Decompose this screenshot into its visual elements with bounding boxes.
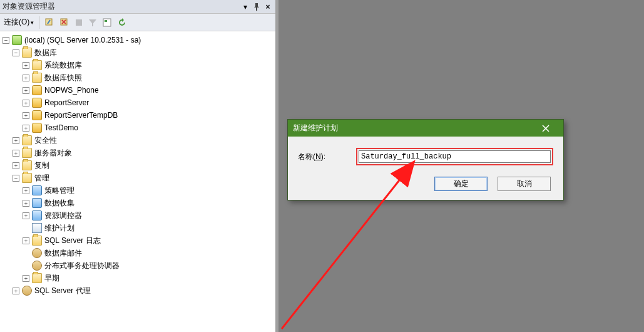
node-label[interactable]: 分布式事务处理协调器 [44,259,120,272]
expand-icon[interactable]: + [23,75,29,81]
node-label[interactable]: 系统数据库 [44,59,82,71]
folder-icon [32,73,42,83]
tree-node-security[interactable]: + 安全性 [3,134,275,147]
connect-label: 连接(O) [4,17,29,28]
tree-node-agent[interactable]: + SQL Server 代理 [3,284,275,297]
expand-icon[interactable]: + [23,112,29,119]
toolbar-separator [39,16,39,29]
node-label[interactable]: ReportServerTempDB [44,109,118,122]
collapse-icon[interactable]: − [13,175,19,182]
node-label[interactable]: 策略管理 [44,184,74,197]
tree-node-dbmail[interactable]: 数据库邮件 [3,247,275,259]
database-icon [32,98,42,108]
expand-icon[interactable]: + [13,137,19,144]
dialog-titlebar[interactable]: 新建维护计划 [288,120,563,137]
stop-icon[interactable] [73,17,84,28]
panel-pin-button[interactable] [252,2,262,12]
tree-node-datacollect[interactable]: + 数据收集 [3,197,275,209]
expand-icon[interactable]: + [23,62,29,69]
no-children-icon [23,225,29,232]
node-label[interactable]: NOPWS_Phone [44,84,99,96]
tree-node-legacy[interactable]: + 早期 [3,272,275,284]
ok-button[interactable]: 确定 [434,177,488,191]
refresh-icon[interactable] [116,16,128,29]
collapse-icon[interactable]: − [13,49,19,56]
no-children-icon [23,250,29,257]
node-label[interactable]: 资源调控器 [44,209,82,222]
plan-name-input[interactable] [359,150,551,163]
tree-node-dtc[interactable]: 分布式事务处理协调器 [3,259,275,272]
new-maintenance-plan-dialog: 新建维护计划 名称(N): 确定 取消 [287,119,564,200]
maintenance-plan-icon [32,223,42,233]
node-label[interactable]: 复制 [34,159,49,172]
folder-icon [32,60,42,70]
node-label[interactable]: (local) (SQL Server 10.0.2531 - sa) [24,34,141,46]
node-label[interactable]: 安全性 [34,134,57,147]
node-label[interactable]: 早期 [44,272,59,284]
expand-icon[interactable]: + [23,100,29,106]
dialog-buttons: 确定 取消 [298,177,553,191]
close-icon[interactable] [533,120,558,136]
cancel-button[interactable]: 取消 [498,177,551,191]
object-explorer-tree[interactable]: − (local) (SQL Server 10.0.2531 - sa) − … [0,31,275,332]
tree-node-resgov[interactable]: + 资源调控器 [3,209,275,222]
tree-node-db[interactable]: + ReportServerTempDB [3,109,275,122]
node-label[interactable]: 服务器对象 [34,147,72,159]
tree-root-server[interactable]: − (local) (SQL Server 10.0.2531 - sa) [3,34,275,46]
resource-governor-icon [32,210,42,220]
connect-dropdown[interactable]: 连接(O) ▾ [3,16,35,29]
tree-node-sqllog[interactable]: + SQL Server 日志 [3,234,275,247]
tree-node-sysdb[interactable]: + 系统数据库 [3,59,275,71]
server-icon [12,35,22,45]
expand-icon[interactable]: + [23,200,29,207]
collapse-icon[interactable]: − [3,37,9,44]
expand-icon[interactable]: + [13,150,19,157]
datacollection-icon [32,198,42,208]
tree-node-policy[interactable]: + 策略管理 [3,184,275,197]
node-label[interactable]: 管理 [34,172,49,184]
dbmail-icon [32,248,42,258]
name-input-highlight [356,148,553,165]
tree-node-maintplan[interactable]: 维护计划 [3,222,275,234]
node-label[interactable]: SQL Server 日志 [44,234,101,247]
tree-node-db[interactable]: + ReportServer [3,96,275,109]
tree-node-db[interactable]: + NOPWS_Phone [3,84,275,96]
tree-node-databases[interactable]: − 数据库 [3,46,275,59]
panel-dropdown-button[interactable]: ▾ [240,2,250,12]
node-label[interactable]: 维护计划 [44,222,74,234]
tree-node-replication[interactable]: + 复制 [3,159,275,172]
node-label[interactable]: 数据收集 [44,197,74,209]
policy-icon [32,185,42,195]
expand-icon[interactable]: + [23,275,29,282]
expand-icon[interactable]: + [13,162,19,169]
database-icon [32,110,42,120]
filter-icon[interactable] [87,17,98,28]
name-label: 名称(N): [298,152,351,162]
node-label[interactable]: TestDemo [44,122,78,134]
panel-close-button[interactable]: × [263,2,273,12]
node-label[interactable]: 数据库 [34,46,57,59]
expand-icon[interactable]: + [23,237,29,244]
tree-node-management[interactable]: − 管理 [3,172,275,184]
expand-icon[interactable]: + [23,87,29,94]
folder-icon [32,236,42,246]
disconnect-icon[interactable] [58,16,71,29]
node-label[interactable]: 数据库快照 [44,71,82,84]
expand-icon[interactable]: + [13,288,19,294]
folder-icon [22,135,32,145]
node-label[interactable]: ReportServer [44,96,89,109]
expand-icon[interactable]: + [23,125,29,132]
report-icon[interactable] [101,16,113,29]
tree-node-serverobj[interactable]: + 服务器对象 [3,147,275,159]
folder-icon [22,148,32,158]
expand-icon[interactable]: + [23,212,29,219]
connect-icon[interactable] [43,16,56,29]
object-explorer-panel: 对象资源管理器 ▾ × 连接(O) ▾ [0,0,279,332]
node-label[interactable]: 数据库邮件 [44,247,82,259]
node-label[interactable]: SQL Server 代理 [34,284,91,297]
tree-node-snapshot[interactable]: + 数据库快照 [3,71,275,84]
expand-icon[interactable]: + [23,187,29,194]
svg-rect-2 [76,19,82,26]
tree-node-db[interactable]: + TestDemo [3,122,275,134]
svg-rect-4 [105,20,107,22]
